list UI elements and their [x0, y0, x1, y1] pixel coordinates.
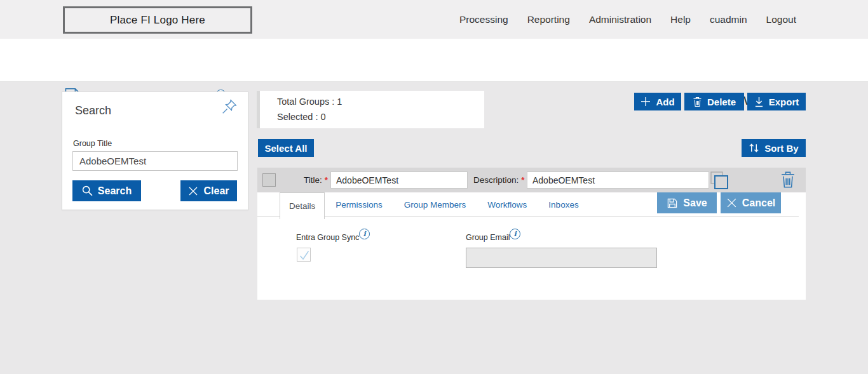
group-maintenance-page: Place FI Logo Here Processing Reporting … — [0, 0, 868, 374]
x-icon — [726, 197, 737, 208]
delete-button-label: Delete — [707, 97, 736, 107]
description-field-label: Description: * — [473, 168, 525, 192]
download-icon — [754, 97, 764, 107]
fi-logo-placeholder: Place FI Logo Here — [63, 6, 252, 34]
nav-item-processing[interactable]: Processing — [459, 14, 508, 25]
top-nav-links: Processing Reporting Administration Help… — [459, 0, 868, 39]
page-header: Group Maintenance i Kinective Sign — [0, 39, 868, 82]
group-row: Title: * Description: * — [257, 168, 806, 192]
sort-by-button-label: Sort By — [764, 143, 798, 154]
total-groups-line: Total Groups : 1 — [277, 97, 342, 107]
select-all-button-label: Select All — [265, 143, 308, 154]
description-label-text: Description: — [473, 175, 519, 185]
save-button[interactable]: Save — [657, 192, 717, 213]
tab-inboxes[interactable]: Inboxes — [538, 192, 589, 217]
cancel-button[interactable]: Cancel — [721, 192, 781, 213]
search-button-label: Search — [98, 185, 132, 197]
total-groups-value: 1 — [337, 97, 342, 107]
nav-item-reporting[interactable]: Reporting — [527, 14, 570, 25]
title-input[interactable] — [330, 171, 468, 189]
copy-icon[interactable] — [709, 170, 729, 193]
checkmark-icon — [297, 248, 311, 262]
row-trash-icon[interactable] — [780, 171, 796, 191]
selected-line: Selected : 0 — [277, 112, 326, 122]
group-email-input — [466, 248, 657, 268]
title-field-label: Title: * — [304, 168, 328, 192]
magnifier-icon — [82, 185, 93, 196]
group-email-label: Group Email — [466, 233, 510, 242]
summary-box: Total Groups : 1 Selected : 0 — [260, 91, 484, 128]
total-groups-label: Total Groups : — [277, 97, 334, 107]
delete-button[interactable]: Delete — [684, 93, 744, 110]
up-down-arrows-icon — [749, 142, 759, 154]
group-email-info-icon[interactable]: i — [510, 229, 520, 239]
description-required-marker: * — [521, 175, 524, 185]
group-detail-panel: Details Permissions Group Members Workfl… — [257, 192, 806, 300]
cancel-button-label: Cancel — [742, 197, 775, 209]
select-all-button[interactable]: Select All — [258, 139, 314, 157]
search-panel: Search Group Title Search Clear — [62, 91, 248, 210]
selected-label: Selected : — [277, 112, 318, 122]
nav-item-help[interactable]: Help — [670, 14, 691, 25]
detail-tabbar: Details Permissions Group Members Workfl… — [257, 192, 799, 217]
tab-permissions[interactable]: Permissions — [325, 192, 393, 217]
title-label-text: Title: — [304, 175, 322, 185]
title-required-marker: * — [325, 175, 328, 185]
fi-logo-placeholder-text: Place FI Logo Here — [110, 14, 205, 27]
clear-button-label: Clear — [203, 185, 229, 197]
floppy-disk-icon — [667, 197, 678, 209]
save-button-label: Save — [683, 197, 707, 209]
add-button[interactable]: Add — [634, 93, 681, 110]
nav-item-logout[interactable]: Logout — [766, 14, 796, 25]
nav-item-administration[interactable]: Administration — [589, 14, 651, 25]
group-title-input[interactable] — [72, 151, 238, 171]
tab-details[interactable]: Details — [280, 192, 325, 219]
pushpin-icon[interactable] — [221, 98, 238, 117]
tab-group-members[interactable]: Group Members — [393, 192, 477, 217]
plus-icon — [641, 97, 651, 107]
search-panel-title: Search — [75, 104, 111, 117]
selected-value: 0 — [321, 112, 326, 122]
group-row-checkbox[interactable] — [262, 173, 276, 187]
sort-by-button[interactable]: Sort By — [742, 139, 806, 157]
entra-group-sync-checkbox[interactable] — [297, 248, 311, 262]
entra-group-sync-label: Entra Group Sync — [296, 233, 359, 242]
x-icon — [188, 186, 198, 196]
export-button[interactable]: Export — [747, 93, 806, 110]
search-button[interactable]: Search — [72, 180, 141, 201]
add-button-label: Add — [656, 97, 674, 107]
top-navigation-bar: Place FI Logo Here Processing Reporting … — [0, 0, 868, 39]
trash-icon — [693, 97, 702, 107]
clear-button[interactable]: Clear — [180, 180, 237, 201]
tab-workflows[interactable]: Workflows — [477, 192, 538, 217]
description-input[interactable] — [527, 171, 709, 189]
nav-item-user-cuadmin[interactable]: cuadmin — [710, 14, 747, 25]
group-title-label: Group Title — [73, 139, 112, 148]
export-button-label: Export — [769, 97, 799, 107]
entra-group-sync-info-icon[interactable]: i — [359, 229, 370, 239]
